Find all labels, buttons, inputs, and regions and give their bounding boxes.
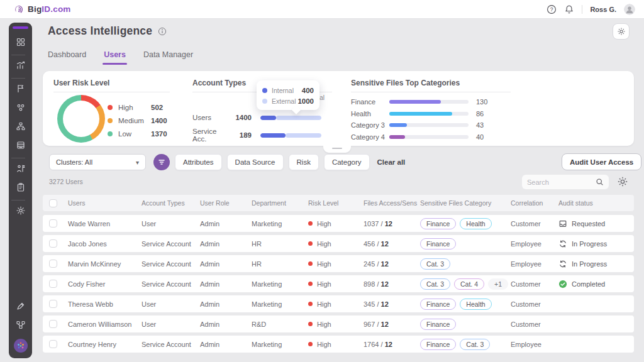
category-bar[interactable] bbox=[389, 135, 469, 139]
category-pill[interactable]: Cat. 4 bbox=[454, 278, 484, 290]
category-bar[interactable] bbox=[389, 112, 469, 116]
user-avatar[interactable] bbox=[624, 4, 635, 15]
category-pill[interactable]: Health bbox=[460, 299, 491, 310]
access-icon bbox=[16, 163, 26, 176]
sidebar-item-reports[interactable] bbox=[11, 179, 30, 198]
category-pill[interactable]: Finance bbox=[420, 218, 456, 229]
category-pill[interactable]: +1 bbox=[488, 278, 508, 290]
column-header[interactable]: Account Types bbox=[142, 199, 200, 207]
search-icon[interactable] bbox=[596, 178, 604, 186]
row-checkbox[interactable] bbox=[49, 280, 57, 288]
row-checkbox[interactable] bbox=[49, 260, 57, 268]
cell-user-role: Admin bbox=[200, 341, 252, 348]
brand-logo[interactable]: BigID.com bbox=[14, 4, 71, 14]
search-input[interactable] bbox=[527, 178, 596, 186]
cell-user-role: Admin bbox=[200, 260, 252, 268]
filter-button[interactable] bbox=[153, 154, 170, 170]
help-icon[interactable]: ? bbox=[547, 4, 557, 14]
tab-users[interactable]: Users bbox=[104, 50, 126, 65]
category-pill[interactable]: Cat. 3 bbox=[420, 258, 450, 270]
account-type-bar[interactable] bbox=[260, 133, 321, 138]
cell-department: HR bbox=[252, 240, 308, 248]
bell-icon[interactable] bbox=[564, 4, 574, 14]
category-pill[interactable]: Health bbox=[460, 218, 491, 229]
audit-user-access-button[interactable]: Audit User Access bbox=[562, 153, 641, 170]
filter-data-source-button[interactable]: Data Source bbox=[227, 154, 284, 170]
category-pill[interactable]: Finance bbox=[420, 299, 456, 310]
sidebar-accent-bar bbox=[13, 26, 28, 29]
category-pill[interactable]: Finance bbox=[420, 319, 456, 330]
table-row[interactable]: Courtney Henry Service Account Admin Mar… bbox=[43, 336, 634, 353]
category-pill[interactable]: Finance bbox=[420, 238, 456, 250]
legend-dot bbox=[108, 131, 113, 136]
table-row[interactable]: Cody Fisher Service Account Admin Market… bbox=[43, 275, 634, 292]
sidebar-item-access[interactable] bbox=[11, 160, 30, 179]
cell-sensitive-categories: Finance bbox=[420, 238, 511, 250]
select-all-checkbox[interactable] bbox=[49, 199, 57, 207]
clusters-icon bbox=[16, 102, 26, 115]
category-bar[interactable] bbox=[389, 123, 469, 127]
risk-legend-item: Low1370 bbox=[108, 127, 167, 140]
row-checkbox[interactable] bbox=[49, 320, 57, 328]
row-checkbox[interactable] bbox=[49, 300, 57, 308]
collapse-charts-handle[interactable] bbox=[323, 146, 351, 153]
row-checkbox[interactable] bbox=[49, 340, 57, 348]
table-row[interactable]: Cameron Williamson User Admin R&D High 9… bbox=[43, 315, 634, 332]
column-header[interactable]: Files Access/Sens bbox=[364, 199, 420, 207]
sidebar-item-clusters[interactable] bbox=[11, 99, 30, 118]
cell-files-access: 345 / 12 bbox=[364, 300, 420, 308]
user-name[interactable]: Ross G. bbox=[590, 6, 616, 13]
account-type-bar[interactable] bbox=[260, 116, 321, 120]
page-settings-button[interactable] bbox=[613, 23, 630, 40]
table-settings-icon[interactable] bbox=[617, 176, 628, 187]
category-pill[interactable]: Cat. 3 bbox=[420, 278, 450, 290]
sidebar-item-inventory[interactable] bbox=[11, 137, 30, 156]
clear-all-link[interactable]: Clear all bbox=[377, 158, 406, 166]
column-header[interactable]: Risk Level bbox=[308, 199, 364, 207]
sidebar-item-dashboard[interactable] bbox=[11, 34, 30, 53]
column-header[interactable]: Sensitive Files Category bbox=[420, 199, 511, 207]
cell-correlation: Employee bbox=[511, 341, 558, 348]
category-bar[interactable] bbox=[389, 100, 469, 104]
column-header[interactable]: User Role bbox=[200, 199, 252, 207]
category-row: Category 3 43 bbox=[351, 119, 615, 131]
brand-name: BigID.com bbox=[28, 4, 71, 14]
column-header[interactable]: Audit status bbox=[558, 199, 634, 207]
column-header[interactable]: Users bbox=[68, 199, 142, 207]
tab-data-manager[interactable]: Data Manager bbox=[143, 50, 193, 65]
sidebar-item-settings[interactable] bbox=[11, 202, 30, 221]
sidebar-item-flag[interactable] bbox=[11, 80, 30, 99]
users-table: UsersAccount TypesUser RoleDepartmentRis… bbox=[43, 195, 634, 356]
filter-risk-button[interactable]: Risk bbox=[289, 154, 319, 170]
cell-correlation: Employee bbox=[511, 240, 558, 248]
category-pill[interactable]: Cat. 3 bbox=[460, 339, 490, 350]
row-checkbox[interactable] bbox=[49, 219, 57, 228]
sidebar-item-integrations[interactable] bbox=[11, 317, 30, 336]
table-row[interactable]: Wade Warren User Admin Marketing High 10… bbox=[43, 215, 634, 232]
sidebar-item-hierarchy[interactable] bbox=[11, 118, 30, 137]
column-header[interactable]: Department bbox=[252, 199, 308, 207]
sidebar-profile-avatar[interactable] bbox=[13, 338, 28, 353]
cell-account-type: Service Account bbox=[142, 341, 200, 348]
column-header[interactable]: Correlation bbox=[511, 199, 558, 207]
tab-dashboard[interactable]: Dashboard bbox=[48, 50, 86, 65]
table-row[interactable]: Theresa Webb User Admin Marketing High 3… bbox=[43, 295, 634, 312]
info-icon[interactable] bbox=[158, 27, 167, 36]
table-row[interactable]: Marvin McKinney Service Account Admin HR… bbox=[43, 255, 634, 272]
filter-attributes-button[interactable]: Attributes bbox=[175, 154, 222, 170]
risk-dot-icon bbox=[308, 322, 313, 326]
risk-legend-item: High502 bbox=[108, 101, 167, 114]
table-row[interactable]: Jacob Jones Service Account Admin HR Hig… bbox=[43, 235, 634, 252]
sidebar-item-pen[interactable] bbox=[11, 298, 30, 317]
clusters-dropdown[interactable]: Clusters: All ▾ bbox=[49, 154, 146, 170]
cell-department: Marketing bbox=[252, 300, 308, 308]
risk-donut-chart[interactable] bbox=[57, 95, 105, 143]
cell-correlation: Customer bbox=[511, 220, 558, 228]
integrations-icon bbox=[16, 320, 26, 332]
row-checkbox[interactable] bbox=[49, 239, 57, 248]
cell-risk-level: High bbox=[308, 321, 364, 328]
filter-category-button[interactable]: Category bbox=[324, 154, 370, 170]
category-pill[interactable]: Finance bbox=[420, 339, 456, 350]
sidebar-item-analytics[interactable] bbox=[11, 57, 30, 76]
cell-risk-level: High bbox=[308, 220, 364, 228]
